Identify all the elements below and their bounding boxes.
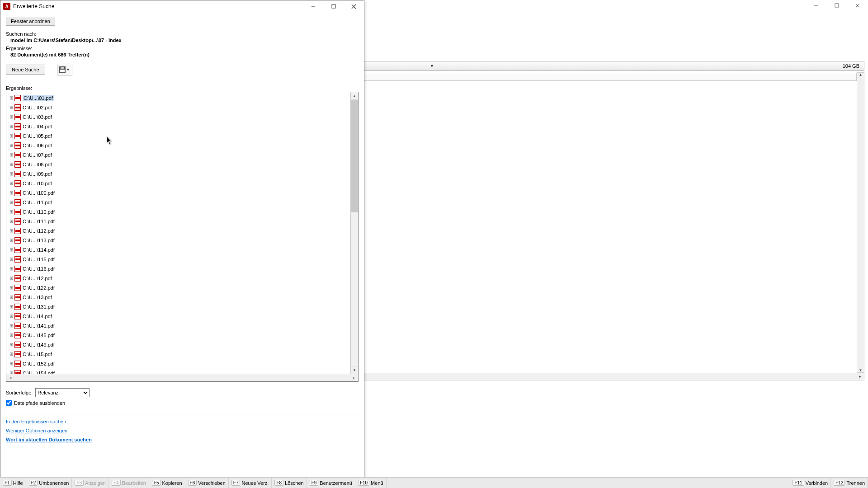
function-key-bar: F1HilfeF2UmbenennenF3AnzeigenF4Bearbeite… bbox=[0, 477, 868, 488]
result-item[interactable]: ⊞C:\U...\152.pdf bbox=[6, 359, 350, 368]
expand-icon[interactable]: ⊞ bbox=[9, 257, 14, 262]
expand-icon[interactable]: ⊞ bbox=[9, 295, 14, 300]
expand-icon[interactable]: ⊞ bbox=[9, 305, 14, 309]
result-item[interactable]: ⊞C:\U...\14.pdf bbox=[6, 311, 350, 321]
scrollbar-thumb[interactable] bbox=[351, 100, 358, 212]
expand-icon[interactable]: ⊞ bbox=[9, 267, 14, 271]
bg-close-button[interactable] bbox=[847, 0, 868, 11]
result-item[interactable]: ⊞C:\U...\131.pdf bbox=[6, 302, 350, 311]
scroll-down-icon[interactable]: ▼ bbox=[351, 366, 358, 374]
result-item[interactable]: ⊞C:\U...\100.pdf bbox=[6, 188, 350, 197]
result-item[interactable]: ⊞C:\U...\110.pdf bbox=[6, 207, 350, 216]
result-item[interactable]: ⊞C:\U...\122.pdf bbox=[6, 283, 350, 292]
expand-icon[interactable]: ⊞ bbox=[9, 162, 14, 167]
search-titlebar[interactable]: A Erweiterte Suche bbox=[0, 0, 364, 12]
result-item[interactable]: ⊞C:\U...\04.pdf bbox=[6, 122, 350, 131]
expand-icon[interactable]: ⊞ bbox=[9, 343, 14, 347]
fn-f12[interactable]: F12Trennen bbox=[831, 478, 868, 488]
result-item[interactable]: ⊞C:\U...\114.pdf bbox=[6, 245, 350, 254]
search-maximize-button[interactable] bbox=[323, 0, 344, 12]
expand-icon[interactable]: ⊞ bbox=[9, 134, 14, 138]
expand-icon[interactable]: ⊞ bbox=[9, 153, 14, 157]
expand-icon[interactable]: ⊞ bbox=[9, 200, 14, 205]
expand-icon[interactable]: ⊞ bbox=[9, 181, 14, 186]
result-filename: C:\U...\149.pdf bbox=[23, 342, 55, 347]
result-item[interactable]: ⊞C:\U...\111.pdf bbox=[6, 216, 350, 226]
less-options-link[interactable]: Weniger Optionen anzeigen bbox=[6, 428, 359, 433]
fn-f2[interactable]: F2Umbenennen bbox=[26, 478, 72, 488]
result-item[interactable]: ⊞C:\U...\02.pdf bbox=[6, 103, 350, 112]
result-item[interactable]: ⊞C:\U...\12.pdf bbox=[6, 273, 350, 283]
expand-icon[interactable]: ⊞ bbox=[9, 172, 14, 176]
fn-f9[interactable]: F9Benutzermenü bbox=[307, 478, 355, 488]
result-item[interactable]: ⊞C:\U...\15.pdf bbox=[6, 349, 350, 359]
expand-icon[interactable]: ⊞ bbox=[9, 314, 14, 319]
result-item[interactable]: ⊞C:\U...\13.pdf bbox=[6, 292, 350, 302]
fn-f1[interactable]: F1Hilfe bbox=[0, 478, 26, 488]
search-minimize-button[interactable] bbox=[303, 0, 323, 12]
arrange-windows-button[interactable]: Fenster anordnen bbox=[6, 17, 55, 26]
expand-icon[interactable]: ⊞ bbox=[9, 248, 14, 252]
expand-icon[interactable]: ⊞ bbox=[9, 333, 14, 338]
fn-f8[interactable]: F8Löschen bbox=[272, 478, 307, 488]
result-item[interactable]: ⊞C:\U...\141.pdf bbox=[6, 321, 350, 330]
result-item[interactable]: ⊞C:\U...\11.pdf bbox=[6, 197, 350, 207]
result-item[interactable]: ⊞C:\U...\05.pdf bbox=[6, 131, 350, 141]
pdf-icon bbox=[14, 190, 21, 196]
result-item[interactable]: ⊞C:\U...\149.pdf bbox=[6, 340, 350, 349]
result-item[interactable]: ⊞C:\U...\145.pdf bbox=[6, 330, 350, 340]
save-results-button[interactable]: ▼ bbox=[57, 64, 72, 75]
result-item[interactable]: ⊞C:\U...\03.pdf bbox=[6, 112, 350, 122]
result-filename: C:\U...\15.pdf bbox=[23, 352, 52, 357]
result-item[interactable]: ⊞C:\U...\116.pdf bbox=[6, 264, 350, 273]
expand-icon[interactable]: ⊞ bbox=[9, 229, 14, 233]
new-search-button[interactable]: Neue Suche bbox=[6, 65, 45, 75]
result-item[interactable]: ⊞C:\U...\08.pdf bbox=[6, 160, 350, 169]
results-vscrollbar[interactable]: ▲ ▼ bbox=[350, 92, 358, 374]
expand-icon[interactable]: ⊞ bbox=[9, 143, 14, 148]
result-filename: C:\U...\114.pdf bbox=[23, 247, 55, 253]
search-close-button[interactable] bbox=[344, 0, 364, 12]
expand-icon[interactable]: ⊞ bbox=[9, 96, 14, 100]
expand-icon[interactable]: ⊞ bbox=[9, 115, 14, 119]
fn-f7[interactable]: F7Neues Verz. bbox=[229, 478, 272, 488]
fn-f11[interactable]: F11Verbinden bbox=[790, 478, 831, 488]
bg-maximize-button[interactable] bbox=[826, 0, 847, 11]
fn-f5[interactable]: F5Kopieren bbox=[149, 478, 185, 488]
fn-key-label: F9 bbox=[310, 480, 319, 486]
expand-icon[interactable]: ⊞ bbox=[9, 124, 14, 129]
expand-icon[interactable]: ⊞ bbox=[9, 286, 14, 290]
fn-f6[interactable]: F6Verschieben bbox=[185, 478, 229, 488]
expand-icon[interactable]: ⊞ bbox=[9, 324, 14, 328]
scroll-up-icon[interactable]: ▲ bbox=[351, 92, 358, 100]
pdf-icon bbox=[14, 228, 21, 234]
result-item[interactable]: ⊞C:\U...\01.pdf bbox=[6, 93, 350, 103]
expand-icon[interactable]: ⊞ bbox=[9, 276, 14, 281]
result-item[interactable]: ⊞C:\U...\09.pdf bbox=[6, 169, 350, 178]
results-list[interactable]: ⊞C:\U...\01.pdf⊞C:\U...\02.pdf⊞C:\U...\0… bbox=[6, 92, 350, 374]
search-in-current-doc-link[interactable]: Wort im aktuellen Dokument suchen bbox=[6, 437, 359, 442]
expand-icon[interactable]: ⊞ bbox=[9, 361, 14, 366]
result-item[interactable]: ⊞C:\U...\115.pdf bbox=[6, 254, 350, 264]
result-item[interactable]: ⊞C:\U...\07.pdf bbox=[6, 150, 350, 160]
bg-minimize-button[interactable] bbox=[806, 0, 826, 11]
fn-key-label: F6 bbox=[188, 480, 197, 486]
result-item[interactable]: ⊞C:\U...\113.pdf bbox=[6, 235, 350, 245]
search-in-results-link[interactable]: In den Ergebnissen suchen bbox=[6, 419, 359, 424]
expand-icon[interactable]: ⊞ bbox=[9, 238, 14, 243]
sort-select[interactable]: Relevanz bbox=[35, 388, 90, 397]
result-item[interactable]: ⊞C:\U...\112.pdf bbox=[6, 226, 350, 235]
hide-paths-checkbox[interactable] bbox=[6, 400, 12, 406]
expand-icon[interactable]: ⊞ bbox=[9, 219, 14, 224]
results-hscrollbar[interactable]: ◄► bbox=[6, 374, 358, 381]
result-item[interactable]: ⊞C:\U...\06.pdf bbox=[6, 141, 350, 150]
expand-icon[interactable]: ⊞ bbox=[9, 191, 14, 195]
expand-icon[interactable]: ⊞ bbox=[9, 105, 14, 110]
result-item[interactable]: ⊞C:\U...\10.pdf bbox=[6, 178, 350, 188]
search-for-label: Suchen nach: bbox=[6, 31, 359, 37]
fn-f10[interactable]: F10Menü bbox=[355, 478, 387, 488]
expand-icon[interactable]: ⊞ bbox=[9, 210, 14, 214]
bg-vscrollbar[interactable]: ▲▼ bbox=[857, 72, 864, 373]
expand-icon[interactable]: ⊞ bbox=[9, 352, 14, 357]
result-item[interactable]: ⊞C:\U...\154.pdf bbox=[6, 368, 350, 374]
